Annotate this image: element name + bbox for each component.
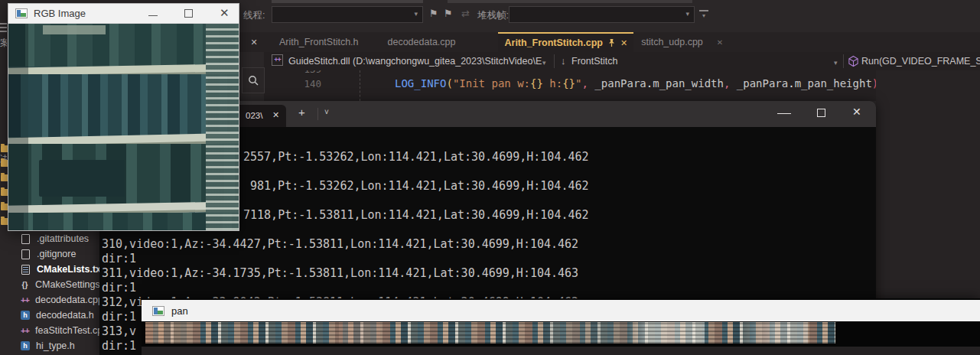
pan-title-bar[interactable]: pan — [142, 300, 980, 321]
file-item-decodedata.h[interactable]: hdecodedata.h — [0, 308, 99, 323]
file-name: decodedata.h — [36, 310, 94, 321]
panel-text-fragment: 案 — [0, 37, 7, 50]
chevron-down-icon: ▾ — [414, 10, 418, 18]
new-tab-button[interactable]: + — [298, 106, 305, 119]
code-token: LOG_INFO — [395, 77, 446, 90]
close-tab-icon[interactable]: ✕ — [620, 38, 627, 48]
maximize-button[interactable] — [817, 109, 825, 117]
flag-new-icon[interactable]: ⚑ — [444, 8, 453, 19]
terminal-line: dir:1 — [102, 281, 136, 295]
image-icon — [15, 8, 28, 18]
file-name: decodedata.cpp — [35, 295, 99, 305]
file-name: .gitattributes — [37, 233, 89, 244]
file-list: .gitattributes.gitignoreCMakeLists.txt{}… — [0, 231, 99, 353]
cube-icon — [848, 55, 859, 67]
code-token: {} — [530, 77, 543, 90]
photo-detail — [8, 24, 28, 230]
file-name: feaStitchTest.cpp — [35, 325, 99, 336]
close-icon[interactable]: ✕ — [272, 110, 279, 120]
terminal-line: 981,Pt:-1.53262,Lon:114.421,Lat:30.4699,… — [250, 179, 589, 193]
photo-detail — [43, 25, 106, 34]
divider — [554, 54, 555, 68]
stackframe-dropdown[interactable]: ▾ — [509, 6, 695, 23]
tab-Arith_FrontStitch.cpp[interactable]: Arith_FrontStitch.cpp✕ — [498, 32, 633, 52]
line-number: 139 — [283, 70, 321, 77]
divider — [843, 54, 844, 68]
file-name: CMakeLists.txt — [37, 264, 99, 275]
file-file-icon — [21, 234, 30, 244]
terminal-line: 2557,Pt:-1.53262,Lon:114.421,Lat:30.4699… — [243, 150, 589, 164]
code-token: ( — [446, 77, 452, 90]
tab-label: Arith_FrontStitch.h — [279, 37, 359, 47]
chevron-down-icon[interactable]: ▾ — [834, 59, 838, 67]
chevron-down-icon[interactable]: ▾ — [542, 59, 546, 67]
toolbar-overflow-button[interactable]: ▾ — [699, 10, 708, 19]
code-token: _panPara — [737, 77, 788, 90]
photo-detail — [8, 213, 239, 230]
search-widget[interactable] — [242, 67, 265, 93]
breadcrumb: ++ GuideStitch.dll (D:\wangchongwu_gitea… — [264, 52, 980, 70]
photo-detail — [39, 160, 125, 197]
thread-dropdown[interactable]: ▾ — [272, 6, 423, 23]
thread-label: 线程: — [243, 9, 265, 22]
minimize-button[interactable] — [777, 106, 791, 114]
chevron-down-icon[interactable]: ˅ — [324, 108, 329, 116]
code-token: _panPara — [594, 77, 646, 90]
file-item-feaStitchTest.cpp[interactable]: ++feaStitchTest.cpp — [0, 323, 99, 338]
rgb-window-title: RGB Image — [34, 8, 86, 19]
down-arrow-icon: ↓ — [561, 55, 566, 67]
tab-stitch_udp.cpp[interactable]: stitch_udp.cpp — [635, 32, 709, 52]
terminal-line: 7118,Pt:-1.53811,Lon:114.421,Lat:30.4699… — [243, 208, 589, 222]
search-icon — [248, 75, 259, 86]
minimize-button[interactable] — [148, 9, 158, 16]
chevron-down-icon: ▾ — [685, 10, 689, 18]
terminal-tab-title: 023\ — [246, 111, 262, 120]
code-line: LOG_INFO("Init pan w:{} h:{}", _panPara.… — [395, 77, 885, 90]
flag-icon[interactable]: ⚑ — [429, 8, 438, 19]
swap-threads-icon[interactable]: ⇄ — [461, 8, 470, 19]
file-item-CMakeLists.txt[interactable]: CMakeLists.txt — [0, 262, 99, 277]
photo-detail — [8, 74, 239, 137]
json-file-icon: {} — [20, 281, 30, 289]
file-item-.gitignore[interactable]: .gitignore — [0, 246, 99, 262]
bottom-strip — [142, 347, 980, 355]
close-tab-icon-dim[interactable]: ✕ — [717, 38, 723, 47]
breadcrumb-scope[interactable]: FrontStitch — [571, 56, 617, 67]
file-file-icon — [21, 249, 30, 259]
rgb-photo — [8, 24, 239, 230]
close-button[interactable]: ✕ — [852, 106, 861, 118]
panorama-image — [145, 322, 835, 344]
terminal-line: 310,video:1,Az:-34.4427,Pt:-1.53811,Lon:… — [102, 237, 578, 251]
pan-window: pan — [142, 298, 980, 347]
editor-tab-bar: ✕ Arith_FrontStitch.hdecodedata.cppArith… — [239, 32, 980, 52]
code-token: "Init pan w: — [453, 77, 530, 90]
rgb-title-bar[interactable]: RGB Image ✕ — [8, 4, 239, 24]
file-item-hi_type.h[interactable]: hhi_type.h — [0, 338, 99, 353]
line-number: 140 — [283, 77, 321, 91]
pan-window-title: pan — [171, 305, 188, 317]
breadcrumb-run[interactable]: Run(GD_VIDEO_FRAME_S in — [861, 56, 980, 67]
file-item-CMakeSettings.jso[interactable]: {}CMakeSettings.jso — [0, 277, 99, 292]
maximize-button[interactable] — [184, 9, 193, 18]
tab-Arith_FrontStitch.h[interactable]: Arith_FrontStitch.h — [273, 32, 365, 52]
code-token: m_pan_height — [795, 77, 872, 90]
header-file-icon: h — [21, 311, 30, 320]
terminal-line: 311,video:1,Az:-34.1735,Pt:-1.53811,Lon:… — [102, 266, 578, 280]
cpp-file-icon: ++ — [20, 295, 30, 305]
breadcrumb-assembly[interactable]: GuideStitch.dll (D:\wangchongwu_gitea_20… — [288, 56, 542, 67]
code-token: , — [724, 77, 737, 90]
close-group-button[interactable]: ✕ — [246, 34, 262, 50]
line-number-gutter: 139 140 — [283, 70, 321, 91]
pin-icon[interactable] — [607, 38, 616, 47]
tab-decodedata.cpp[interactable]: decodedata.cpp — [382, 32, 462, 52]
stackframe-label: 堆栈帧: — [477, 9, 509, 22]
code-token: {} — [562, 77, 575, 90]
file-item-.gitattributes[interactable]: .gitattributes — [0, 231, 99, 246]
code-token: . — [788, 77, 794, 90]
close-button[interactable]: ✕ — [220, 6, 230, 20]
tab-label: Arith_FrontStitch.cpp — [504, 37, 602, 48]
file-item-decodedata.cpp[interactable]: ++decodedata.cpp — [0, 292, 99, 308]
header-file-icon: h — [21, 341, 30, 350]
indent-guide — [360, 70, 360, 101]
code-editor[interactable]: 139 140 LOG_INFO("Init pan w:{} h:{}", _… — [264, 70, 980, 101]
